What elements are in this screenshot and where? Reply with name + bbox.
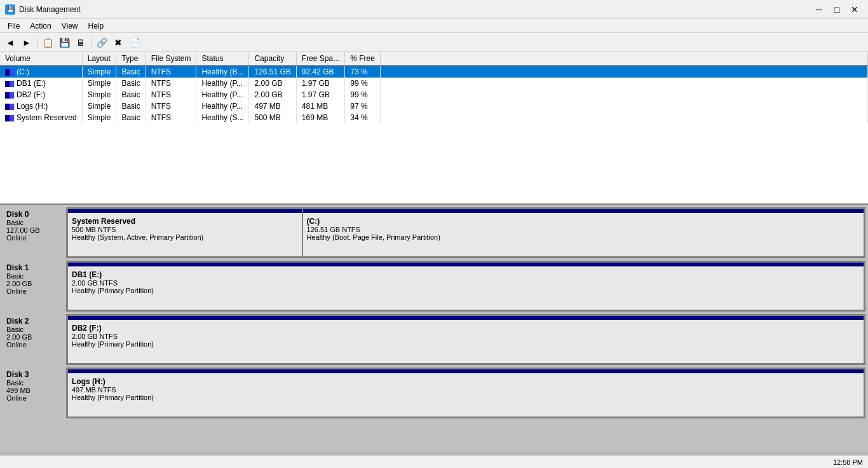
partition-content: DB2 (F:) 2.00 GB NTFS Healthy (Primary P… — [72, 324, 860, 348]
toolbar-delete[interactable]: ✖ — [111, 35, 126, 50]
partition-size: 2.00 GB NTFS — [72, 279, 860, 287]
partition-status: Healthy (Primary Partition) — [72, 287, 860, 294]
table-cell: Healthy (S... — [196, 112, 249, 123]
toolbar-back[interactable]: ◄ — [3, 35, 18, 50]
toolbar-properties[interactable]: 📋 — [40, 35, 55, 50]
table-cell: (C:) — [0, 65, 82, 78]
table-cell — [380, 89, 867, 100]
table-cell: NTFS — [146, 100, 196, 112]
partition-content: System Reserved 500 MB NTFS Healthy (Sys… — [72, 217, 298, 241]
table-cell: NTFS — [146, 78, 196, 89]
title-bar: 💾 Disk Management ─ □ ✕ — [0, 0, 868, 19]
partition-status: Healthy (Boot, Page File, Primary Partit… — [307, 233, 860, 241]
disk-row: Disk 0 Basic 127.00 GB Online System Res… — [3, 207, 865, 258]
disk-graphical-container: Disk 0 Basic 127.00 GB Online System Res… — [0, 207, 868, 450]
menu-view[interactable]: View — [57, 20, 83, 32]
col-type[interactable]: Type — [116, 52, 146, 65]
table-cell: Healthy (P... — [196, 78, 249, 89]
table-cell: DB2 (F:) — [0, 89, 82, 100]
table-cell: 34 % — [345, 112, 381, 123]
table-cell: 97 % — [345, 100, 381, 112]
table-cell: 500 MB — [249, 112, 296, 123]
close-button[interactable]: ✕ — [846, 3, 863, 16]
disk-row: Disk 3 Basic 499 MB Online Logs (H:) 497… — [3, 368, 865, 418]
disk-type: Basic — [6, 272, 62, 280]
disk-row: Disk 1 Basic 2.00 GB Online DB1 (E:) 2.0… — [3, 261, 865, 312]
col-status[interactable]: Status — [196, 52, 249, 65]
menu-help[interactable]: Help — [83, 20, 109, 32]
disk-size: 2.00 GB — [6, 333, 62, 341]
table-cell — [380, 112, 867, 123]
disk-partitions: DB1 (E:) 2.00 GB NTFS Healthy (Primary P… — [66, 261, 865, 312]
volume-icon — [5, 104, 14, 110]
partition-bar — [68, 209, 302, 213]
disk-name: Disk 0 — [6, 210, 62, 219]
toolbar-new[interactable]: 📄 — [127, 35, 142, 50]
table-cell: 99 % — [345, 78, 381, 89]
table-row[interactable]: (C:)SimpleBasicNTFSHealthy (B...126.51 G… — [0, 65, 868, 78]
partition-size: 497 MB NTFS — [72, 386, 860, 394]
table-row[interactable]: DB2 (F:)SimpleBasicNTFSHealthy (P...2.00… — [0, 89, 868, 100]
table-cell: 169 MB — [296, 112, 344, 123]
partition[interactable]: DB2 (F:) 2.00 GB NTFS Healthy (Primary P… — [67, 315, 864, 364]
title-bar-controls: ─ □ ✕ — [811, 3, 863, 16]
toolbar-sep-2 — [91, 36, 92, 49]
table-cell: 73 % — [345, 65, 381, 78]
disk-size: 127.00 GB — [6, 226, 62, 234]
table-cell: Basic — [116, 89, 146, 100]
table-cell — [380, 65, 867, 78]
table-cell — [380, 78, 867, 89]
col-volume[interactable]: Volume — [0, 52, 82, 65]
disk-status: Online — [6, 287, 62, 295]
table-cell: 99 % — [345, 89, 381, 100]
disk-label: Disk 0 Basic 127.00 GB Online — [3, 207, 66, 258]
toolbar-save[interactable]: 💾 — [57, 35, 72, 50]
table-cell: Basic — [116, 65, 146, 78]
col-free[interactable]: Free Spa... — [296, 52, 344, 65]
table-cell: System Reserved — [0, 112, 82, 123]
partition[interactable]: Logs (H:) 497 MB NTFS Healthy (Primary P… — [67, 369, 864, 417]
col-layout[interactable]: Layout — [82, 52, 116, 65]
table-cell: Healthy (P... — [196, 89, 249, 100]
col-capacity[interactable]: Capacity — [249, 52, 296, 65]
menu-action[interactable]: Action — [25, 20, 56, 32]
col-filesystem[interactable]: File System — [146, 52, 196, 65]
toolbar: ◄ ► 📋 💾 🖥 🔗 ✖ 📄 — [0, 33, 868, 52]
volume-icon — [5, 81, 14, 87]
list-area[interactable]: Volume Layout Type File System Status Ca… — [0, 52, 868, 205]
table-cell: NTFS — [146, 65, 196, 78]
disk-label: Disk 1 Basic 2.00 GB Online — [3, 261, 66, 312]
table-row[interactable]: DB1 (E:)SimpleBasicNTFSHealthy (P...2.00… — [0, 78, 868, 89]
toolbar-forward[interactable]: ► — [19, 35, 34, 50]
table-cell — [380, 100, 867, 112]
table-cell: DB1 (E:) — [0, 78, 82, 89]
partition-name: (C:) — [307, 217, 860, 226]
toolbar-disk[interactable]: 🖥 — [73, 35, 88, 50]
volume-icon — [5, 92, 14, 99]
disk-row: Disk 2 Basic 2.00 GB Online DB2 (F:) 2.0… — [3, 314, 865, 365]
table-cell: 1.97 GB — [296, 78, 344, 89]
minimize-button[interactable]: ─ — [811, 3, 827, 16]
main-container: Volume Layout Type File System Status Ca… — [0, 52, 868, 468]
partition-bar — [68, 316, 864, 320]
partition-name: Logs (H:) — [72, 377, 860, 386]
table-cell: Simple — [82, 65, 116, 78]
partition[interactable]: System Reserved 500 MB NTFS Healthy (Sys… — [67, 209, 302, 257]
partition-bar — [68, 263, 864, 266]
status-bar: 12:58 PM — [0, 455, 868, 468]
table-row[interactable]: Logs (H:)SimpleBasicNTFSHealthy (P...497… — [0, 100, 868, 112]
partition[interactable]: DB1 (E:) 2.00 GB NTFS Healthy (Primary P… — [67, 262, 864, 310]
col-pct[interactable]: % Free — [345, 52, 381, 65]
table-header-row: Volume Layout Type File System Status Ca… — [0, 52, 868, 65]
toolbar-link[interactable]: 🔗 — [94, 35, 109, 50]
table-cell: NTFS — [146, 112, 196, 123]
disk-partitions: System Reserved 500 MB NTFS Healthy (Sys… — [66, 207, 865, 258]
maximize-button[interactable]: □ — [829, 3, 845, 16]
graphical-area[interactable]: Disk 0 Basic 127.00 GB Online System Res… — [0, 205, 868, 468]
partition[interactable]: (C:) 126.51 GB NTFS Healthy (Boot, Page … — [302, 209, 864, 257]
table-cell: Basic — [116, 78, 146, 89]
disk-partitions: DB2 (F:) 2.00 GB NTFS Healthy (Primary P… — [66, 314, 865, 365]
table-row[interactable]: System ReservedSimpleBasicNTFSHealthy (S… — [0, 112, 868, 123]
disk-name: Disk 2 — [6, 317, 62, 326]
menu-file[interactable]: File — [3, 20, 25, 32]
